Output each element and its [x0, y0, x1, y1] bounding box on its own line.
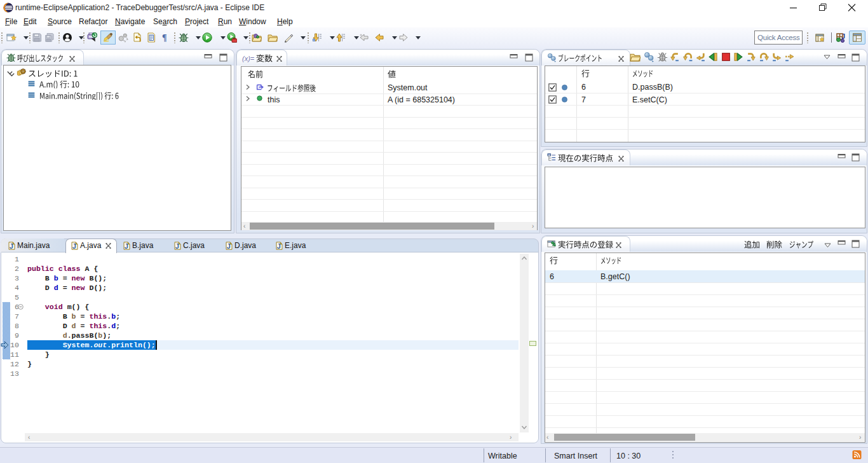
- svg-text:J: J: [10, 242, 13, 250]
- svg-text:J: J: [175, 242, 179, 250]
- svg-text:J: J: [125, 242, 128, 250]
- svg-text:¶: ¶: [162, 33, 167, 43]
- svg-text:J: J: [72, 242, 76, 250]
- svg-text:J: J: [227, 242, 231, 250]
- svg-text:J: J: [277, 242, 281, 250]
